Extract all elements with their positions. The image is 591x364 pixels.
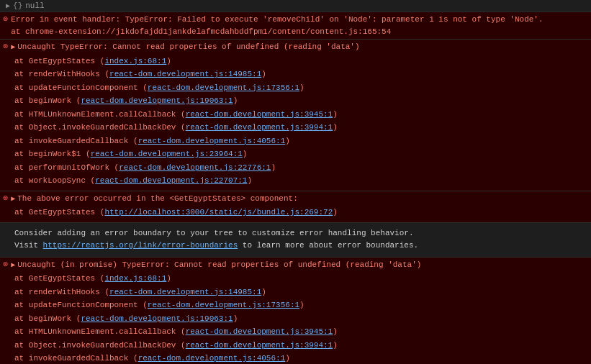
null-brace: {} xyxy=(13,1,22,10)
error-block-1: ⊗ Error in event handler: TypeError: Fai… xyxy=(0,12,591,40)
error-header-2: ▶Uncaught TypeError: Cannot read propert… xyxy=(11,41,588,53)
stack-link-4-update[interactable]: react-dom.development.js:17356:1 xyxy=(148,301,299,309)
error-boundaries-link[interactable]: https://reactjs.org/link/error-boundarie… xyxy=(43,241,238,250)
error-icon-1: ⊗ xyxy=(3,14,8,24)
error-header-4: ▶Uncaught (in promise) TypeError: Cannot… xyxy=(11,259,588,271)
stack-line-4-3: at beginWork (react-dom.development.js:1… xyxy=(14,312,588,326)
stack-trace-4: at GetEgyptStates (index.js:68:1) at ren… xyxy=(0,272,591,364)
stack-link-index[interactable]: index.js:68:1 xyxy=(104,57,166,65)
stack-line-4-5: at Object.invokeGuardedCallbackDev (reac… xyxy=(14,339,588,352)
stack-link-4-index[interactable]: index.js:68:1 xyxy=(104,274,166,283)
info-block: Consider adding an error boundary to you… xyxy=(0,223,591,258)
stack-line-2-5: at Object.invokeGuardedCallbackDev (reac… xyxy=(14,121,588,135)
error-block-3: ⊗ ▶The above error occurred in the <GetE… xyxy=(0,191,591,223)
stack-link-perform[interactable]: react-dom.development.js:22776:1 xyxy=(119,163,271,172)
stack-link-update[interactable]: react-dom.development.js:17356:1 xyxy=(148,83,299,92)
stack-link-begin[interactable]: react-dom.development.js:19063:1 xyxy=(81,96,233,105)
stack-link-callback[interactable]: react-dom.development.js:3945:1 xyxy=(186,110,333,119)
null-line: ▶ {} null xyxy=(0,0,591,12)
expand-arrow-4[interactable]: ▶ xyxy=(11,261,15,269)
error-icon-3: ⊗ xyxy=(3,193,8,204)
stack-line-4-2: at updateFunctionComponent (react-dom.de… xyxy=(14,299,588,312)
stack-line-2-1: at renderWithHooks (react-dom.developmen… xyxy=(14,68,588,81)
error-line-3-header[interactable]: ⊗ ▶The above error occurred in the <GetE… xyxy=(0,191,591,206)
stack-link-4-invoke2[interactable]: react-dom.development.js:4056:1 xyxy=(138,354,286,363)
stack-link-invoke2[interactable]: react-dom.development.js:4056:1 xyxy=(138,137,286,145)
console-panel: ▶ {} null ⊗ Error in event handler: Type… xyxy=(0,0,591,364)
stack-line-2-6: at invokeGuardedCallback (react-dom.deve… xyxy=(14,135,588,148)
expand-arrow-3[interactable]: ▶ xyxy=(11,195,15,203)
null-expand-arrow[interactable]: ▶ xyxy=(6,1,10,10)
stack-link-4-invoke1[interactable]: react-dom.development.js:3994:1 xyxy=(186,341,333,350)
stack-link-4-render[interactable]: react-dom.development.js:14985:1 xyxy=(109,288,261,296)
stack-line-3-0: at GetEgyptStates (http://localhost:3000… xyxy=(14,206,588,219)
stack-line-4-6: at invokeGuardedCallback (react-dom.deve… xyxy=(14,352,588,364)
stack-link-begin1[interactable]: react-dom.development.js:23964:1 xyxy=(91,150,243,158)
stack-line-2-4: at HTMLUnknownElement.callCallback (reac… xyxy=(14,108,588,122)
error-block-4: ⊗ ▶Uncaught (in promise) TypeError: Cann… xyxy=(0,258,591,364)
stack-link-4-begin[interactable]: react-dom.development.js:19063:1 xyxy=(81,314,233,323)
error-line-1: ⊗ Error in event handler: TypeError: Fai… xyxy=(0,12,591,39)
stack-trace-2: at GetEgyptStates (index.js:68:1) at ren… xyxy=(0,55,591,191)
stack-line-2-3: at beginWork (react-dom.development.js:1… xyxy=(14,94,588,108)
stack-line-4-0: at GetEgyptStates (index.js:68:1) xyxy=(14,272,588,286)
error-block-2: ⊗ ▶Uncaught TypeError: Cannot read prope… xyxy=(0,40,591,191)
error-icon-2: ⊗ xyxy=(3,41,8,52)
error-message-1: Error in event handler: TypeError: Faile… xyxy=(11,14,588,37)
stack-line-2-7: at beginWork$1 (react-dom.development.js… xyxy=(14,147,588,161)
error-header-3: ▶The above error occurred in the <GetEgy… xyxy=(11,193,588,205)
null-label: null xyxy=(25,1,44,10)
stack-link-4-callback[interactable]: react-dom.development.js:3945:1 xyxy=(186,327,333,336)
stack-link-loop[interactable]: react-dom.development.js:22707:1 xyxy=(95,176,247,185)
info-line-2: Visit https://reactjs.org/link/error-bou… xyxy=(14,240,577,252)
stack-link-invoke1[interactable]: react-dom.development.js:3994:1 xyxy=(186,123,333,132)
stack-line-2-8: at performUnitOfWork (react-dom.developm… xyxy=(14,161,588,175)
bundle-link[interactable]: http://localhost:3000/static/js/bundle.j… xyxy=(104,208,333,217)
error-line-4-header[interactable]: ⊗ ▶Uncaught (in promise) TypeError: Cann… xyxy=(0,258,591,273)
stack-link-render[interactable]: react-dom.development.js:14985:1 xyxy=(109,70,261,78)
expand-arrow-2[interactable]: ▶ xyxy=(11,43,15,51)
error-line-2-header[interactable]: ⊗ ▶Uncaught TypeError: Cannot read prope… xyxy=(0,40,591,55)
stack-line-2-9: at workLoopSync (react-dom.development.j… xyxy=(14,174,588,188)
stack-line-2-2: at updateFunctionComponent (react-dom.de… xyxy=(14,81,588,95)
stack-line-4-4: at HTMLUnknownElement.callCallback (reac… xyxy=(14,325,588,339)
error-source-1: at chrome-extension://j1kdofajdd1jankdel… xyxy=(11,27,391,36)
stack-trace-3: at GetEgyptStates (http://localhost:3000… xyxy=(0,206,591,222)
error-icon-4: ⊗ xyxy=(3,259,8,270)
stack-line-4-1: at renderWithHooks (react-dom.developmen… xyxy=(14,286,588,299)
info-line-1: Consider adding an error boundary to you… xyxy=(14,227,577,240)
stack-line-2-0: at GetEgyptStates (index.js:68:1) xyxy=(14,55,588,68)
